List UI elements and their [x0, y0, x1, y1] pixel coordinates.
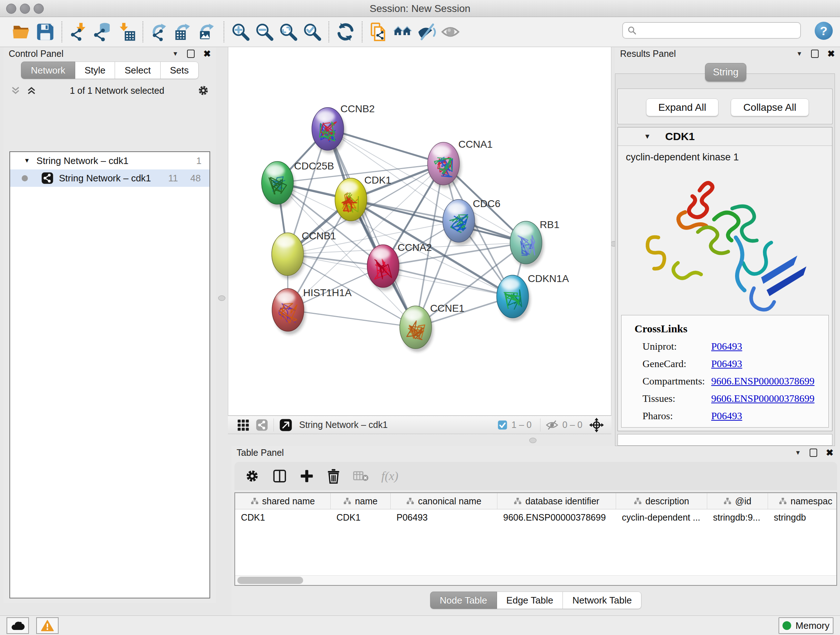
grid-view-icon[interactable]	[237, 418, 249, 432]
table-cell[interactable]: stringdb:9...	[707, 509, 768, 525]
cloud-status-button[interactable]	[6, 617, 29, 634]
birds-eye-view-icon[interactable]	[279, 418, 293, 432]
network-node-CDC25B[interactable]: CDC25B	[262, 160, 334, 207]
column-header-shared-name[interactable]: shared name	[235, 493, 331, 509]
network-node-CDC6[interactable]: CDC6	[443, 198, 500, 245]
import-table-from-file-icon	[117, 22, 136, 42]
return-to-home-button[interactable]	[391, 21, 415, 43]
table-cell[interactable]: CDK1	[235, 509, 331, 525]
export-table-button[interactable]	[172, 21, 195, 43]
open-session-button[interactable]	[9, 21, 33, 43]
node-label: CCNB2	[340, 103, 375, 114]
export-network-button[interactable]	[148, 21, 172, 43]
network-edge[interactable]	[383, 266, 513, 296]
tab-network[interactable]: Network	[21, 62, 75, 79]
node-section-header[interactable]: ▼ CDK1	[618, 127, 832, 146]
column-header-database-identifier[interactable]: database identifier	[497, 493, 616, 509]
network-edge[interactable]	[288, 310, 416, 327]
panel-close-icon[interactable]: ✖	[826, 448, 834, 457]
share-session-file-button[interactable]	[367, 21, 391, 43]
tab-select[interactable]: Select	[115, 62, 160, 79]
table-cell[interactable]: 9606.ENSP00000378699	[497, 509, 616, 525]
network-node-CDKN1A[interactable]: CDKN1A	[497, 273, 569, 321]
network-collection-row[interactable]: ▼ String Network – cdk1 1	[10, 152, 210, 169]
tab-node-table[interactable]: Node Table	[430, 592, 497, 609]
results-scrollbar[interactable]	[617, 434, 832, 446]
column-header-namespac[interactable]: namespac	[768, 493, 840, 509]
panel-close-icon[interactable]: ✖	[827, 49, 835, 58]
horizontal-splitter-handle[interactable]	[529, 438, 537, 443]
selected-nodes-checkbox-icon[interactable]	[497, 420, 508, 431]
network-view-icon[interactable]	[256, 418, 268, 432]
tab-sets[interactable]: Sets	[161, 62, 199, 79]
crosslink-link[interactable]: P06493	[711, 410, 742, 422]
refresh-network-button[interactable]	[333, 21, 357, 43]
column-header-canonical-name[interactable]: canonical name	[391, 493, 497, 509]
crosslink-link[interactable]: 9606.ENSP00000378699	[711, 393, 814, 404]
delete-column-trash-icon[interactable]	[326, 469, 341, 484]
section-expand-icon[interactable]: ▼	[644, 133, 651, 141]
panel-float-icon[interactable]	[811, 50, 819, 58]
network-row[interactable]: String Network – cdk1 11 48	[10, 169, 210, 187]
help-button[interactable]: ?	[815, 22, 833, 40]
crosslink-link[interactable]: 9606.ENSP00000378699	[711, 375, 814, 387]
tab-network-table[interactable]: Network Table	[563, 592, 641, 609]
create-column-plus-icon[interactable]	[300, 469, 314, 483]
toolbar-search[interactable]	[622, 22, 801, 39]
crosslink-link[interactable]: P06493	[711, 340, 742, 352]
collapse-all-networks-icon[interactable]	[10, 85, 21, 96]
collapse-all-button[interactable]: Collapse All	[731, 98, 809, 116]
expand-all-networks-icon[interactable]	[26, 85, 37, 96]
search-input[interactable]	[637, 25, 800, 36]
network-node-CCNE1[interactable]: CCNE1	[400, 302, 464, 352]
network-node-CCNA1[interactable]: CCNA1	[428, 139, 493, 188]
tab-edge-table[interactable]: Edge Table	[497, 592, 563, 609]
table-horizontal-scrollbar[interactable]	[235, 575, 836, 585]
zoom-fit-content-button[interactable]	[276, 21, 300, 43]
memory-button[interactable]: Memory	[778, 617, 834, 634]
tree-expand-icon[interactable]: ▼	[24, 157, 30, 165]
scrollbar-thumb[interactable]	[237, 577, 303, 584]
zoom-selected-button[interactable]	[300, 21, 324, 43]
table-options-gear-icon[interactable]	[245, 469, 260, 484]
panel-collapse-icon[interactable]: ▼	[172, 51, 178, 57]
network-options-gear-icon[interactable]	[197, 84, 210, 97]
column-header-name[interactable]: name	[331, 493, 391, 509]
tab-style[interactable]: Style	[75, 62, 115, 79]
table-cell[interactable]: P06493	[391, 509, 497, 525]
network-graph[interactable]: CCNB2 CCNA1 CDC25B CDK1 CDC6 RB1 CCNB1 C…	[228, 47, 611, 415]
network-node-RB1[interactable]: RB1	[510, 219, 559, 267]
save-session-button[interactable]	[33, 21, 57, 43]
import-network-from-file-button[interactable]	[66, 21, 90, 43]
table-cell[interactable]: stringdb	[768, 509, 840, 525]
import-table-from-file-button[interactable]	[114, 21, 138, 43]
export-image-button[interactable]	[195, 21, 219, 43]
left-splitter-handle[interactable]	[218, 295, 225, 301]
table-row[interactable]: CDK1CDK1P064939606.ENSP00000378699cyclin…	[235, 509, 836, 525]
network-view-canvas[interactable]: CCNB2 CCNA1 CDC25B CDK1 CDC6 RB1 CCNB1 C…	[228, 47, 611, 416]
column-header--id[interactable]: @id	[707, 493, 768, 509]
network-node-CCNB1[interactable]: CCNB1	[272, 230, 336, 279]
tab-string[interactable]: String	[705, 63, 746, 81]
panel-float-icon[interactable]	[810, 448, 817, 457]
column-header-description[interactable]: description	[616, 493, 707, 509]
import-network-from-database-button[interactable]	[90, 21, 114, 43]
network-node-HIST1H1A[interactable]: HIST1H1A	[272, 287, 352, 334]
hide-selected-button[interactable]	[415, 21, 439, 43]
panel-float-icon[interactable]	[187, 50, 195, 58]
network-node-CCNB2[interactable]: CCNB2	[312, 103, 375, 154]
expand-all-button[interactable]: Expand All	[646, 98, 718, 116]
warning-status-button[interactable]	[36, 617, 58, 634]
table-cell[interactable]: cyclin-dependent ...	[616, 509, 707, 525]
zoom-in-button[interactable]	[229, 21, 253, 43]
panel-close-icon[interactable]: ✖	[203, 49, 211, 58]
panel-collapse-icon[interactable]: ▼	[796, 51, 802, 57]
table-cell[interactable]: CDK1	[331, 509, 391, 525]
navigator-crosshair-icon[interactable]	[589, 417, 604, 432]
zoom-out-button[interactable]	[253, 21, 276, 43]
panel-collapse-icon[interactable]: ▼	[795, 450, 801, 456]
show-all-button[interactable]	[439, 21, 462, 43]
show-columns-icon[interactable]	[272, 469, 287, 484]
network-node-CCNA2[interactable]: CCNA2	[367, 242, 432, 291]
crosslink-link[interactable]: P06493	[711, 358, 742, 370]
